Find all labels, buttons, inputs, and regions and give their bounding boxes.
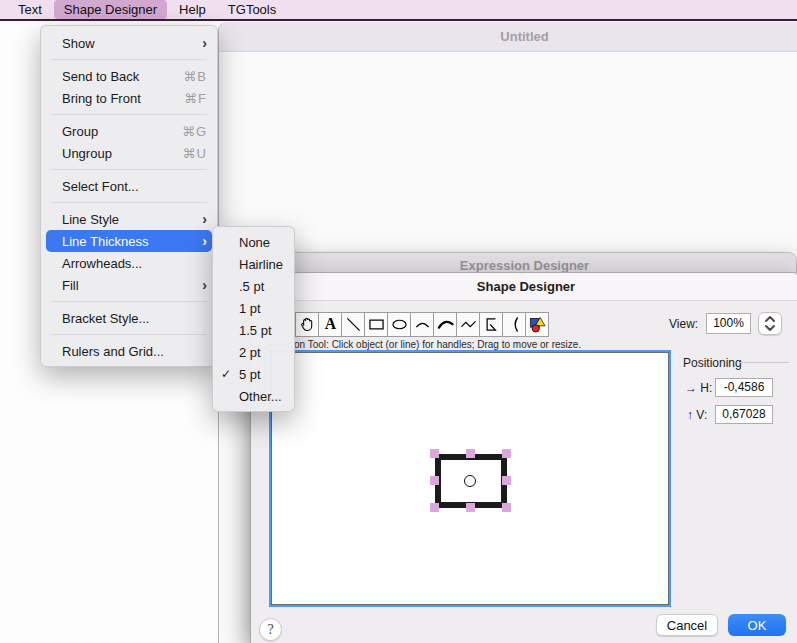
menu-item-select-font[interactable]: Select Font... [41, 175, 217, 197]
menu-separator [51, 59, 207, 60]
submenu-item-label: Other... [239, 389, 282, 404]
menu-item-label: Show [62, 36, 95, 51]
menu-item-label: Select Font... [62, 179, 139, 194]
selection-handle-top-center[interactable] [466, 449, 475, 458]
ellipse-tool-button[interactable] [387, 312, 411, 337]
menu-item-label: Arrowheads... [62, 256, 142, 271]
submenu-item-none[interactable]: ✓None [213, 231, 294, 253]
color-shapes-tool-button[interactable] [525, 312, 549, 337]
menu-item-label: Line Thickness [62, 234, 148, 249]
selection-handle-top-right[interactable] [502, 449, 511, 458]
menu-item-shortcut: ⌘B [183, 69, 207, 84]
menu-item-group[interactable]: Group⌘G [41, 120, 217, 142]
menu-item-label: Send to Back [62, 69, 139, 84]
v-position-label: ↑ V: [687, 408, 707, 422]
menu-item-label: Fill [62, 278, 79, 293]
selection-handle-bottom-left[interactable] [430, 503, 439, 512]
polygon-tool-button[interactable] [479, 312, 503, 337]
menu-item-label: Rulers and Grid... [62, 344, 164, 359]
polygon-tool-icon [481, 314, 502, 335]
menu-item-label: Group [62, 124, 98, 139]
screen: { "menubar": { "items": [ {"label": "Tex… [0, 0, 797, 643]
ellipse-tool-icon [389, 314, 410, 335]
submenu-item-.5-pt[interactable]: ✓.5 pt [213, 275, 294, 297]
menu-item-bring-to-front[interactable]: Bring to Front⌘F [41, 87, 217, 109]
arc-tool-button[interactable] [410, 312, 434, 337]
menu-item-line-thickness[interactable]: Line Thickness› [46, 230, 212, 252]
zigzag-tool-button[interactable] [456, 312, 480, 337]
positioning-label: Positioning [683, 356, 742, 370]
v-position-field[interactable]: 0,67028 [715, 405, 773, 424]
menu-item-arrowheads[interactable]: Arrowheads... [41, 252, 217, 274]
menu-item-shortcut: ⌘G [182, 124, 207, 139]
shape-toolbar: A [295, 312, 549, 337]
submenu-item-label: 1.5 pt [239, 323, 272, 338]
menu-item-shortcut: ⌘F [184, 91, 207, 106]
zigzag-tool-icon [458, 314, 479, 335]
submenu-chevron-icon: › [202, 212, 207, 226]
menu-separator [51, 169, 207, 170]
menu-separator [51, 301, 207, 302]
shape-designer-titlebar[interactable]: Shape Designer [251, 273, 797, 301]
menu-item-label: Ungroup [62, 146, 112, 161]
selection-handle-top-left[interactable] [430, 449, 439, 458]
menu-item-label: Bring to Front [62, 91, 141, 106]
untitled-titlebar[interactable]: Untitled [219, 22, 797, 52]
menubar-item-shape-designer[interactable]: Shape Designer [54, 0, 167, 19]
rectangle-tool-button[interactable] [364, 312, 388, 337]
submenu-chevron-icon: › [202, 278, 207, 292]
submenu-item-label: 1 pt [239, 301, 261, 316]
expression-designer-title: Expression Designer [460, 258, 589, 273]
line-tool-button[interactable] [341, 312, 365, 337]
curve-tool-button[interactable] [433, 312, 457, 337]
submenu-item-hairline[interactable]: ✓Hairline [213, 253, 294, 275]
ok-button[interactable]: OK [728, 614, 786, 636]
menubar-item-tgtools[interactable]: TGTools [218, 0, 286, 19]
menu-separator [51, 202, 207, 203]
menu-item-ungroup[interactable]: Ungroup⌘U [41, 142, 217, 164]
hand-tool-icon [297, 314, 318, 335]
menu-item-shortcut: ⌘U [183, 146, 207, 161]
svg-text:A: A [324, 315, 336, 332]
selection-handle-bottom-right[interactable] [502, 503, 511, 512]
menu-separator [51, 334, 207, 335]
line-tool-icon [343, 314, 364, 335]
selection-handle-mid-left[interactable] [430, 476, 439, 485]
positioning-divider [740, 362, 789, 363]
text-tool-icon: A [320, 314, 341, 335]
selection-handle-mid-right[interactable] [502, 476, 511, 485]
menu-item-line-style[interactable]: Line Style› [41, 208, 217, 230]
submenu-item-5-pt[interactable]: ✓5 pt [213, 363, 294, 385]
submenu-item-2-pt[interactable]: ✓2 pt [213, 341, 294, 363]
menu-item-fill[interactable]: Fill› [41, 274, 217, 296]
tool-instruction-text: Selection Tool: Click object (or line) f… [264, 339, 581, 350]
menu-item-show[interactable]: Show› [41, 32, 217, 54]
curve-tool-icon [435, 314, 456, 335]
submenu-item-1.5-pt[interactable]: ✓1.5 pt [213, 319, 294, 341]
h-position-label: → H: [685, 381, 712, 395]
submenu-item-1-pt[interactable]: ✓1 pt [213, 297, 294, 319]
shape-canvas[interactable] [271, 352, 669, 605]
submenu-item-other...[interactable]: ✓Other... [213, 385, 294, 407]
arc-tool-icon [412, 314, 433, 335]
text-tool-button[interactable]: A [318, 312, 342, 337]
help-button[interactable]: ? [259, 618, 282, 641]
shape-designer-title: Shape Designer [477, 279, 575, 294]
menubar-item-help[interactable]: Help [169, 0, 216, 19]
h-position-field[interactable]: -0,4586 [715, 378, 773, 397]
menu-separator [51, 114, 207, 115]
shape-center-marker[interactable] [464, 475, 476, 487]
line-thickness-submenu: ✓None✓Hairline✓.5 pt✓1 pt✓1.5 pt✓2 pt✓5 … [212, 226, 295, 412]
hand-tool-button[interactable] [295, 312, 319, 337]
view-zoom-field[interactable]: 100% [706, 313, 751, 334]
bracket-tool-button[interactable] [502, 312, 526, 337]
menu-item-send-to-back[interactable]: Send to Back⌘B [41, 65, 217, 87]
cancel-button[interactable]: Cancel [656, 614, 718, 636]
menu-item-rulers-and-grid[interactable]: Rulers and Grid... [41, 340, 217, 362]
menu-item-bracket-style[interactable]: Bracket Style... [41, 307, 217, 329]
submenu-item-label: .5 pt [239, 279, 264, 294]
rectangle-tool-icon [366, 314, 387, 335]
view-zoom-stepper[interactable] [758, 312, 782, 335]
menubar-item-text[interactable]: Text [8, 0, 52, 19]
selection-handle-bottom-center[interactable] [466, 503, 475, 512]
